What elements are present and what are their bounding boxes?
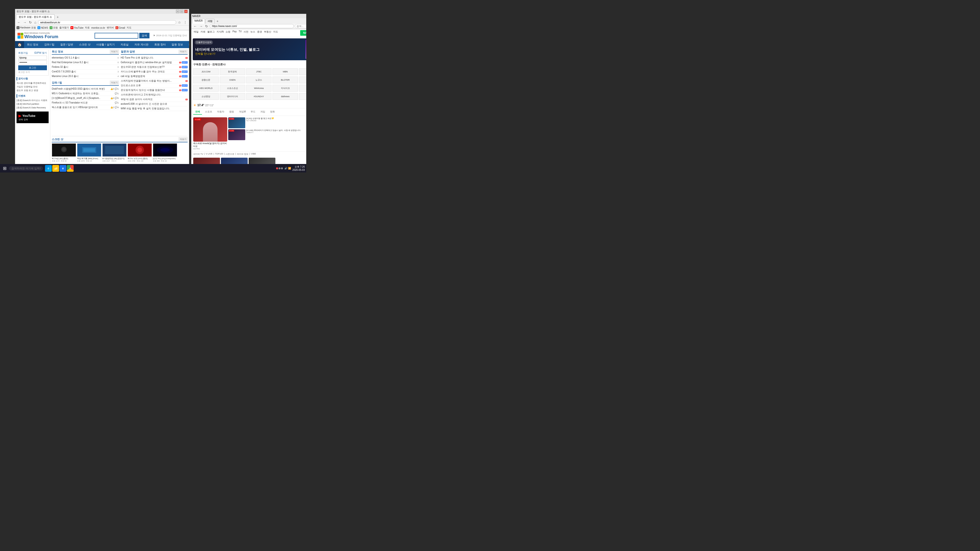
cat-tab-movie[interactable]: 영화 <box>268 110 277 115</box>
bookmark-hardware[interactable]: H Hardware 포럼 <box>16 26 36 29</box>
nav-item-lecture[interactable]: 강좌 / 팁 <box>41 41 57 48</box>
naver-nav-dict[interactable]: 사전 <box>243 30 248 36</box>
media-mbn[interactable]: MBN <box>272 68 298 75</box>
naver-new-tab-btn[interactable]: + <box>215 19 220 24</box>
media-nocuts[interactable]: 노규스 <box>246 76 272 83</box>
nav-item-info[interactable]: 알쏭 정보 <box>169 41 186 48</box>
naver-nav-news[interactable]: 뉴스 <box>250 30 255 36</box>
screenshot-5[interactable]: [신신 PC] [21] [Compuser] 조회 489 · 추천 22 <box>153 143 177 162</box>
nav-item-market[interactable]: 회원 창터 <box>151 41 169 48</box>
nav-vlive[interactable]: V LIVE <box>205 152 212 156</box>
qna-item-8[interactable]: 온도맞게 맞치시 있으신 사원을 없음안내 N 답변 6 <box>121 88 188 92</box>
back-btn-left[interactable]: ← <box>16 21 21 24</box>
taskbar-folder-icon[interactable]: 📁 <box>52 165 59 172</box>
qna-item-10[interactable]: 부팅 대 검픈 보이다 사라져요 N <box>121 97 188 102</box>
start-btn[interactable]: ⊞ <box>2 165 8 171</box>
media-sonjung[interactable]: 소년중앙 <box>193 93 219 100</box>
media-kbsworld[interactable]: KBS WORLD <box>193 85 219 92</box>
naver-nav-blog[interactable]: 블로그 <box>207 30 215 36</box>
forum-search-btn[interactable]: 검색 <box>139 33 150 38</box>
bookmark-favorites[interactable]: 즐겨찾기 <box>59 26 69 29</box>
naver-refresh-btn[interactable]: ↻ <box>204 24 209 28</box>
media-osen[interactable]: OSEN <box>220 76 245 83</box>
url-input-left[interactable] <box>38 20 176 25</box>
naver-url-input[interactable] <box>210 24 294 28</box>
naver-influencer-banner[interactable]: 인플루언서검색 네이버에 모여있는 너튜브, 인벌, 블로그 인싸들 만나보기!… <box>193 38 306 60</box>
latest-more-btn[interactable]: 더보기 <box>110 49 119 54</box>
bookmark-monitor[interactable]: monitor.co.kr <box>91 27 105 29</box>
naver-forward-btn[interactable]: → <box>199 24 204 28</box>
nav-naver-tv[interactable]: 네이버 TV <box>193 152 203 156</box>
nav-vibe[interactable]: VIBE <box>251 152 256 156</box>
nav-home-btn[interactable]: 🏠 <box>15 41 24 48</box>
youtube-banner[interactable]: ▶ YouTube 연재 강좌 <box>16 111 49 123</box>
latest-item-2[interactable]: Red Hat Enterprise Linux 8.2 출시 0 <box>52 60 119 65</box>
qna-item-4[interactable]: 카디스으에 불루투스를 검아 주는 건데요 N 답변 5 <box>121 70 188 74</box>
media-kyunghyang[interactable]: 경향신문 <box>193 76 219 83</box>
naver-nav-cafe[interactable]: 카페 <box>200 30 205 36</box>
refresh-btn-left[interactable]: ↻ <box>28 21 33 24</box>
cat-tab-food[interactable]: 푸드 <box>249 110 258 115</box>
qna-item-1[interactable]: HD Tune Pro 오류 질문입니다. N <box>121 56 188 60</box>
media-hankyung[interactable]: 한국경제 <box>220 68 245 75</box>
qna-item-3[interactable]: 윈도우10 판면 자동으로 인접해보신분?? N 답변 5 <box>121 65 188 70</box>
bookmark-data[interactable]: 자료 <box>85 26 90 29</box>
taskbar-search-input[interactable] <box>9 166 43 170</box>
taskbar-edge-icon[interactable]: e <box>45 165 52 172</box>
lecture-more-btn[interactable]: 더보기 <box>110 81 119 85</box>
screenshots-more-btn[interactable]: 더보기 <box>179 137 188 141</box>
event-3[interactable]: [종료] EaseUS Data Recovery <box>16 106 49 110</box>
nav-item-free[interactable]: 자유 게시판 <box>132 41 151 48</box>
screenshot-1[interactable]: 복구&실 [82] [홈편] 조회 1174 · 추천 60 <box>52 143 76 162</box>
media-newdaily[interactable]: 뉴데일리 <box>299 68 306 75</box>
lecture-item-4[interactable]: Firefox와 시 S3 Translator 버드운 💬1 <box>52 100 119 105</box>
screenshot-4[interactable]: 복구& 보전 [107] [홈편] 조회 1706 · 추천 134 <box>127 143 152 162</box>
qna-item-12[interactable]: WIM 파일 통합 부팅 후 설치 진행 없음입니다. <box>121 106 188 111</box>
latest-item-1[interactable]: elementary OS 5.1.4 출시 0 <box>52 56 119 60</box>
media-sunday[interactable]: #SUNDAY <box>246 93 272 100</box>
media-biseungmedia[interactable]: 비씩미경제 <box>299 93 306 100</box>
minimize-btn-left[interactable]: ─ <box>176 10 179 13</box>
qna-item-11[interactable]: acdsee5.008 서 설네이이 긴 사진은 없으로 <box>121 102 188 106</box>
naver-tab-1[interactable]: NAVER <box>192 19 205 24</box>
close-btn-left[interactable]: ✕ <box>184 10 188 13</box>
login-btn[interactable]: 로그인 <box>18 65 47 70</box>
nav-item-qna[interactable]: 질문 / 답변 <box>57 41 76 48</box>
qna-item-2[interactable]: Geforce설이 좋겠주신 window-thin.pc 설치방법 N 답변 … <box>121 60 188 65</box>
media-dailnews[interactable]: dailnews <box>272 93 298 100</box>
username-input[interactable] <box>18 56 47 60</box>
nav-top100[interactable]: TOP100 <box>215 152 223 156</box>
cat-tab-auto[interactable]: 자동차 <box>215 110 226 115</box>
bookmark-star-left[interactable]: ☆ <box>177 21 182 24</box>
home-nav-btn-left[interactable]: ⌂ <box>33 21 37 24</box>
lecture-item-3[interactable]: [수정]MoveOT.Mi설정_onoff_v6.1 [Scapture.. 👍… <box>52 96 119 100</box>
media-hankyungtv[interactable]: 한국경제TV <box>299 76 306 83</box>
naver-login-btn[interactable]: NAVER 로그인 <box>300 30 306 36</box>
maximize-btn-left[interactable]: □ <box>180 10 183 13</box>
screenshot-3[interactable]: BT-팜법한실 [38] [접임다] 조회 1417 · 추천 6 <box>102 143 127 162</box>
side-video-2[interactable]: V LIVE [V] EQ 선생이랑 좋 찾고 파요💛 NCT DREAM <box>228 118 306 128</box>
taskbar-chrome-icon[interactable] <box>67 165 74 172</box>
event-1[interactable]: [종료] EaseUS 라이선스 이벤트 <box>16 98 49 102</box>
naver-nav-jisik[interactable]: 지식iN <box>216 30 224 36</box>
taskbar-ie-icon[interactable]: e <box>60 165 66 172</box>
media-winkorea[interactable]: WinKorea <box>246 85 272 92</box>
cat-tab-sports[interactable]: 스포츠 <box>203 110 214 115</box>
event-2[interactable]: [종료] MiniTool partition <box>16 102 49 106</box>
forum-search-input[interactable] <box>95 33 138 39</box>
naver-nav-tv[interactable]: TV <box>239 30 242 36</box>
media-jtbc[interactable]: JTBC <box>246 68 272 75</box>
cat-tab-game[interactable]: 게임 <box>258 110 267 115</box>
nav-item-latest[interactable]: 최신 정보 <box>24 41 41 48</box>
naver-nav-pay[interactable]: Pay <box>232 30 237 36</box>
bookmark-maps[interactable]: 지도 <box>127 26 132 29</box>
new-tab-btn-left[interactable]: + <box>55 14 60 19</box>
nav-item-hw[interactable]: HW 갤러리 <box>186 41 189 48</box>
bookmark-gmail[interactable]: G Gmail <box>115 26 125 29</box>
password-input[interactable] <box>18 60 47 64</box>
latest-item-3[interactable]: Fedora 32 출시 0 <box>52 65 119 70</box>
nav-season[interactable]: 시즌으로 <box>226 152 234 156</box>
cat-tab-gamem[interactable]: 게임M <box>237 110 248 115</box>
announcement-3[interactable]: 윈도우 포럼 로고 변경 <box>16 89 49 92</box>
register-link[interactable]: 회원가입 <box>18 51 28 55</box>
